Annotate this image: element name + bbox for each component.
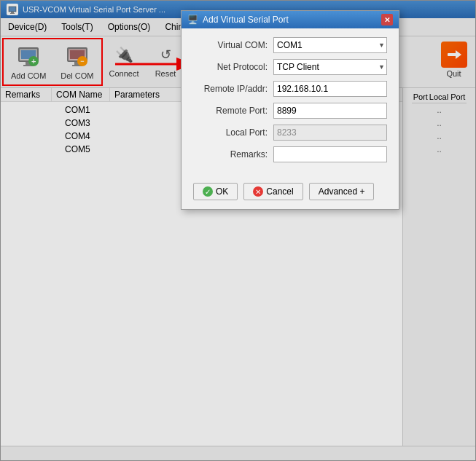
dialog-body: Virtual COM: COM1 ▼ Net Protocol: TCP Cl… [182, 28, 399, 177]
remarks-row: Remarks: [193, 146, 387, 162]
virtual-com-row: Virtual COM: COM1 ▼ [193, 37, 387, 53]
dialog-footer: ✓ OK ✕ Cancel Advanced + [182, 177, 399, 209]
add-virtual-serial-port-dialog: 🖥️ Add Virtual Serial Port ✕ Virtual COM… [181, 10, 399, 210]
cancel-button[interactable]: ✕ Cancel [243, 183, 303, 200]
dialog-close-button[interactable]: ✕ [381, 14, 393, 25]
dialog-title-text: Add Virtual Serial Port [203, 15, 289, 25]
remote-port-label: Remote Port: [193, 106, 273, 116]
ok-label: OK [216, 186, 228, 197]
local-port-label: Local Port: [193, 127, 273, 138]
advanced-button[interactable]: Advanced + [309, 183, 375, 200]
dialog-title-content: 🖥️ Add Virtual Serial Port [187, 15, 289, 25]
net-protocol-select[interactable]: TCP Client TCP Server UDP Client UDP Ser… [273, 59, 387, 75]
cancel-label: Cancel [266, 186, 293, 197]
virtual-com-select[interactable]: COM1 [273, 37, 387, 53]
advanced-label: Advanced + [319, 186, 365, 197]
remote-port-row: Remote Port: [193, 103, 387, 119]
net-protocol-row: Net Protocol: TCP Client TCP Server UDP … [193, 59, 387, 75]
net-protocol-select-wrapper: TCP Client TCP Server UDP Client UDP Ser… [273, 59, 387, 75]
virtual-com-label: Virtual COM: [193, 40, 273, 50]
ok-button[interactable]: ✓ OK [193, 183, 238, 200]
remarks-input[interactable] [273, 146, 387, 162]
local-port-row: Local Port: [193, 125, 387, 141]
remote-port-input[interactable] [273, 103, 387, 119]
dialog-title-bar: 🖥️ Add Virtual Serial Port ✕ [182, 11, 399, 28]
cancel-x-icon: ✕ [253, 186, 263, 197]
remote-ip-input[interactable] [273, 81, 387, 97]
net-protocol-label: Net Protocol: [193, 62, 273, 72]
remote-ip-label: Remote IP/addr: [193, 84, 273, 94]
dialog-title-icon: 🖥️ [187, 15, 198, 25]
remote-ip-row: Remote IP/addr: [193, 81, 387, 97]
local-port-input[interactable] [273, 125, 387, 141]
modal-overlay: 🖥️ Add Virtual Serial Port ✕ Virtual COM… [0, 0, 476, 461]
remarks-label: Remarks: [193, 149, 273, 159]
ok-check-icon: ✓ [203, 186, 213, 197]
virtual-com-select-wrapper: COM1 ▼ [273, 37, 387, 53]
